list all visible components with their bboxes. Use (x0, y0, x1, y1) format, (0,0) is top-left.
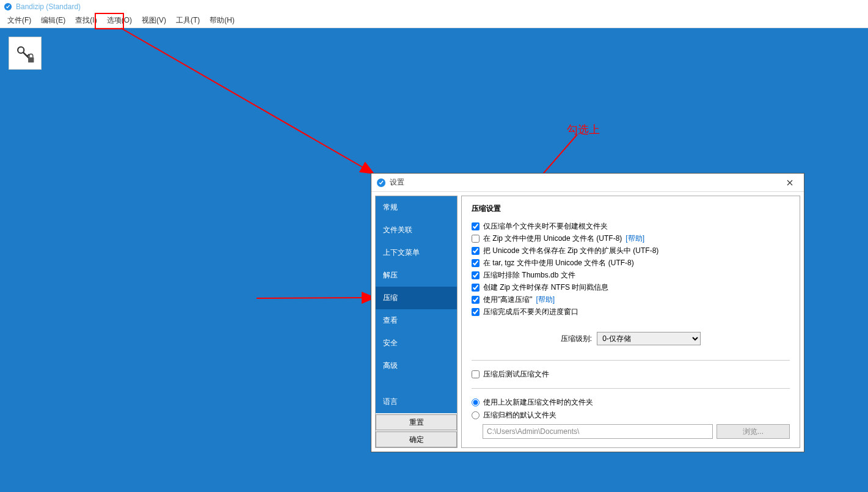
sidebar-item-context-menu[interactable]: 上下文菜单 (376, 241, 457, 264)
settings-content: 压缩设置 仅压缩单个文件夹时不要创建根文件夹 在 Zip 文件中使用 Unico… (461, 196, 800, 448)
svg-rect-2 (28, 57, 34, 63)
dialog-title-text: 设置 (390, 177, 781, 188)
radio-label: 压缩归档的默认文件夹 (483, 410, 556, 420)
menu-bar: 文件(F) 编辑(E) 查找(I) 选项(O) 视图(V) 工具(T) 帮助(H… (0, 13, 868, 28)
divider (472, 388, 790, 389)
cb-label: 使用"高速压缩" (483, 295, 533, 305)
default-path-input[interactable] (483, 424, 713, 439)
settings-sidebar: 常规 文件关联 上下文菜单 解压 压缩 查看 安全 高级 语言 重置 确定 (375, 196, 458, 448)
app-icon (4, 2, 12, 11)
sidebar-item-file-assoc[interactable]: 文件关联 (376, 219, 457, 241)
radio-default-folder-input[interactable] (472, 411, 480, 419)
reset-button[interactable]: 重置 (376, 414, 457, 430)
app-title: Bandizip (Standard) (16, 2, 81, 11)
cb-label: 压缩完成后不要关闭进度窗口 (483, 307, 578, 317)
sidebar-item-language[interactable]: 语言 (376, 391, 457, 413)
cb-label: 在 tar, tgz 文件中使用 Unicode 文件名 (UTF-8) (483, 258, 634, 268)
cb-test-after-input[interactable] (472, 370, 480, 378)
radio-last-folder[interactable]: 使用上次新建压缩文件时的文件夹 (472, 397, 790, 408)
menu-find[interactable]: 查找(I) (70, 13, 101, 28)
annotation-text: 勾选上 (567, 122, 600, 137)
sidebar-item-compress[interactable]: 压缩 (376, 287, 457, 309)
cb-zip-unicode-input[interactable] (472, 235, 480, 243)
divider (472, 360, 790, 361)
menu-edit[interactable]: 编辑(E) (36, 13, 70, 28)
cb-ntfs-timestamp[interactable]: 创建 Zip 文件时保存 NTFS 时间戳信息 (472, 282, 790, 293)
cb-zip-unicode[interactable]: 在 Zip 文件中使用 Unicode 文件名 (UTF-8) [帮助] (472, 233, 790, 244)
cb-label: 仅压缩单个文件夹时不要创建根文件夹 (483, 221, 608, 232)
cb-label: 创建 Zip 文件时保存 NTFS 时间戳信息 (483, 282, 608, 293)
settings-dialog: 设置 常规 文件关联 上下文菜单 解压 压缩 查看 安全 高级 语言 重置 确定… (371, 173, 804, 452)
cb-label: 压缩时排除 Thumbs.db 文件 (483, 270, 575, 281)
svg-line-6 (257, 298, 374, 298)
dialog-title-bar: 设置 (371, 174, 804, 192)
cb-ntfs-timestamp-input[interactable] (472, 284, 480, 292)
cb-label: 在 Zip 文件中使用 Unicode 文件名 (UTF-8) (483, 233, 622, 244)
radio-label: 使用上次新建压缩文件时的文件夹 (483, 397, 593, 408)
toolbar (0, 28, 868, 78)
menu-tools[interactable]: 工具(T) (171, 13, 205, 28)
sidebar-item-view[interactable]: 查看 (376, 309, 457, 332)
help-link[interactable]: [帮助] (536, 295, 555, 305)
cb-no-root-folder[interactable]: 仅压缩单个文件夹时不要创建根文件夹 (472, 221, 790, 232)
sidebar-item-general[interactable]: 常规 (376, 196, 457, 219)
sidebar-item-advanced[interactable]: 高级 (376, 354, 457, 377)
radio-default-folder[interactable]: 压缩归档的默认文件夹 (472, 410, 790, 420)
radio-last-folder-input[interactable] (472, 398, 480, 406)
menu-file[interactable]: 文件(F) (2, 13, 36, 28)
sidebar-item-security[interactable]: 安全 (376, 332, 457, 354)
close-icon (787, 180, 793, 186)
compression-level-select[interactable]: 0-仅存储 (597, 332, 701, 345)
menu-view[interactable]: 视图(V) (137, 13, 171, 28)
browse-button[interactable]: 浏览... (717, 424, 790, 439)
sidebar-item-extract[interactable]: 解压 (376, 264, 457, 287)
cb-keep-progress-input[interactable] (472, 308, 480, 316)
title-bar: Bandizip (Standard) (0, 0, 868, 13)
menu-help[interactable]: 帮助(H) (205, 13, 239, 28)
cb-keep-progress[interactable]: 压缩完成后不要关闭进度窗口 (472, 307, 790, 317)
cb-exclude-thumbs-input[interactable] (472, 271, 480, 279)
compression-level-row: 压缩级别: 0-仅存储 (472, 332, 790, 345)
cb-tar-unicode[interactable]: 在 tar, tgz 文件中使用 Unicode 文件名 (UTF-8) (472, 258, 790, 268)
cb-zip-ext-header[interactable]: 把 Unicode 文件名保存在 Zip 文件的扩展头中 (UTF-8) (472, 246, 790, 256)
cb-tar-unicode-input[interactable] (472, 259, 480, 267)
level-label: 压缩级别: (561, 334, 592, 344)
help-link[interactable]: [帮助] (625, 233, 644, 244)
section-title: 压缩设置 (472, 204, 790, 214)
dialog-body: 常规 文件关联 上下文菜单 解压 压缩 查看 安全 高级 语言 重置 确定 压缩… (371, 192, 804, 452)
cb-zip-ext-header-input[interactable] (472, 247, 480, 255)
cb-fast-compress-input[interactable] (472, 296, 480, 304)
menu-options[interactable]: 选项(O) (102, 13, 137, 28)
path-row: 浏览... (483, 424, 790, 439)
cb-fast-compress[interactable]: 使用"高速压缩" [帮助] (472, 295, 790, 305)
ok-button[interactable]: 确定 (376, 431, 457, 447)
cb-label: 压缩后测试压缩文件 (483, 369, 549, 380)
cb-label: 把 Unicode 文件名保存在 Zip 文件的扩展头中 (UTF-8) (483, 246, 658, 256)
dialog-icon (376, 178, 386, 188)
key-lock-icon (15, 43, 35, 64)
cb-no-root-folder-input[interactable] (472, 222, 480, 230)
cb-exclude-thumbs[interactable]: 压缩时排除 Thumbs.db 文件 (472, 270, 790, 281)
password-button[interactable] (9, 37, 42, 70)
close-button[interactable] (781, 175, 799, 190)
cb-test-after[interactable]: 压缩后测试压缩文件 (472, 369, 790, 380)
